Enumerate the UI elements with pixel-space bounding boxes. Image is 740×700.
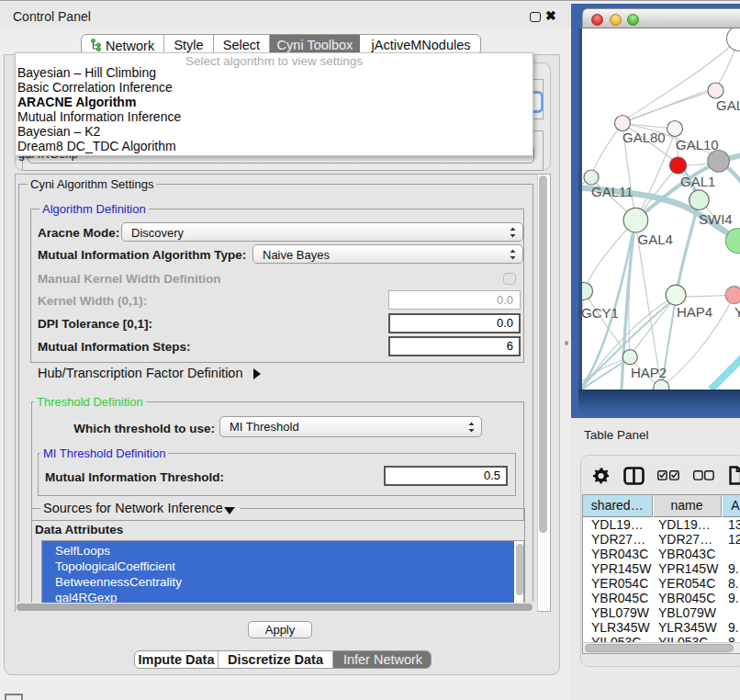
svg-text:Y: Y — [734, 304, 740, 320]
svg-text:GAL4: GAL4 — [638, 231, 673, 247]
svg-text:HAP4: HAP4 — [677, 304, 712, 320]
svg-text:GAL1: GAL1 — [680, 174, 715, 189]
svg-text:HAP2: HAP2 — [631, 365, 667, 380]
svg-text:GAL: GAL — [716, 97, 740, 113]
svg-text:GAL11: GAL11 — [591, 184, 633, 199]
svg-text:SWI4: SWI4 — [699, 211, 733, 227]
svg-text:GAL80: GAL80 — [622, 130, 666, 145]
svg-text:GCY1: GCY1 — [582, 305, 619, 321]
svg-text:GAL10: GAL10 — [676, 137, 719, 152]
